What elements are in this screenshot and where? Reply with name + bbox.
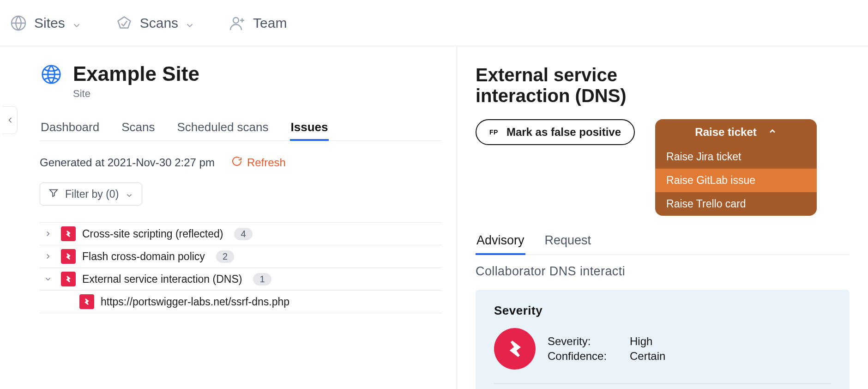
chevron-down-icon xyxy=(125,190,133,198)
collapse-handle[interactable] xyxy=(3,106,18,134)
main-layout: Example Site Site Dashboard Scans Schedu… xyxy=(0,46,868,389)
issue-instance-url: https://portswigger-labs.net/ssrf-dns.ph… xyxy=(101,296,289,308)
refresh-icon xyxy=(231,156,242,170)
detail-tabs: Advisory Request xyxy=(476,231,850,255)
confidence-value: Certain xyxy=(630,350,665,363)
tab-scheduled-scans[interactable]: Scheduled scans xyxy=(176,118,269,140)
issue-name: Flash cross-domain policy xyxy=(82,250,205,263)
raise-ticket-menu: Raise Jira ticket Raise GitLab issue Rai… xyxy=(655,145,817,216)
fp-badge: FP xyxy=(489,128,498,136)
tab-scans[interactable]: Scans xyxy=(121,118,156,140)
detail-card: Severity Severity: High Confidence: Cert… xyxy=(476,290,850,389)
issue-count: 4 xyxy=(234,228,252,240)
left-panel: Example Site Site Dashboard Scans Schedu… xyxy=(0,46,457,389)
detail-panel: External service interaction (DNS) FP Ma… xyxy=(457,46,868,389)
severity-high-icon xyxy=(61,226,76,241)
chevron-down-icon[interactable] xyxy=(42,273,54,286)
severity-high-icon xyxy=(61,249,76,264)
scan-icon xyxy=(115,14,133,32)
severity-value: High xyxy=(630,335,652,348)
tab-issues[interactable]: Issues xyxy=(290,118,329,141)
filter-label: Filter by (0) xyxy=(65,188,119,201)
severity-section-header: Severity xyxy=(494,304,831,318)
raise-trello-item[interactable]: Raise Trello card xyxy=(655,192,817,216)
issue-row[interactable]: External service interaction (DNS) 1 xyxy=(40,268,441,291)
nav-team[interactable]: Team xyxy=(228,14,287,32)
raise-ticket-label: Raise ticket xyxy=(695,126,756,139)
issue-name: External service interaction (DNS) xyxy=(82,273,242,286)
issue-name: Cross-site scripting (reflected) xyxy=(82,228,223,240)
raise-ticket-button[interactable]: Raise ticket xyxy=(655,119,817,145)
raise-jira-item[interactable]: Raise Jira ticket xyxy=(655,145,817,169)
issue-count: 2 xyxy=(216,250,234,263)
issue-row[interactable]: Cross-site scripting (reflected) 4 xyxy=(40,223,441,245)
issue-row[interactable]: Flash cross-domain policy 2 xyxy=(40,245,441,268)
issue-count: 1 xyxy=(253,273,271,286)
raise-ticket-dropdown: Raise ticket Raise Jira ticket Raise Git… xyxy=(655,119,817,216)
site-tabs: Dashboard Scans Scheduled scans Issues xyxy=(40,118,441,141)
fp-label-text: Mark as false positive xyxy=(506,126,621,139)
globe-icon xyxy=(9,14,28,32)
mark-false-positive-button[interactable]: FP Mark as false positive xyxy=(476,119,635,145)
severity-grid: Severity: High Confidence: Certain xyxy=(548,333,665,365)
add-user-icon xyxy=(228,14,247,32)
chevron-down-icon xyxy=(72,18,82,28)
site-type: Site xyxy=(73,88,199,100)
refresh-label: Refresh xyxy=(247,156,286,169)
severity-high-icon xyxy=(494,328,536,370)
tab-advisory[interactable]: Advisory xyxy=(476,231,525,255)
generated-text: Generated at 2021-Nov-30 2:27 pm xyxy=(40,156,215,169)
nav-scans-label: Scans xyxy=(140,15,178,31)
generated-line: Generated at 2021-Nov-30 2:27 pm Refresh xyxy=(40,156,457,170)
detail-actions: FP Mark as false positive Raise ticket R… xyxy=(476,119,850,216)
chevron-down-icon xyxy=(185,18,195,28)
detail-subheading: Collaborator DNS interacti xyxy=(476,264,850,279)
chevron-right-icon[interactable] xyxy=(42,227,54,240)
site-globe-icon xyxy=(40,63,63,86)
severity-high-icon xyxy=(79,294,94,309)
filter-icon xyxy=(48,188,59,201)
tab-request[interactable]: Request xyxy=(544,231,592,255)
issue-instance-row[interactable]: https://portswigger-labs.net/ssrf-dns.ph… xyxy=(40,291,441,313)
issue-title: External service interaction (DNS) xyxy=(476,65,850,106)
svg-point-1 xyxy=(233,18,239,23)
refresh-button[interactable]: Refresh xyxy=(231,156,286,170)
site-name: Example Site xyxy=(73,63,199,85)
confidence-label: Confidence: xyxy=(548,350,621,363)
tab-dashboard[interactable]: Dashboard xyxy=(40,118,100,140)
site-header: Example Site Site xyxy=(40,63,457,100)
nav-team-label: Team xyxy=(253,15,287,31)
issue-list: Cross-site scripting (reflected) 4 Flash… xyxy=(40,222,441,313)
severity-high-icon xyxy=(61,272,76,286)
nav-sites-label: Sites xyxy=(34,15,65,31)
nav-sites[interactable]: Sites xyxy=(9,14,82,32)
severity-row: Severity: High Confidence: Certain xyxy=(494,328,831,384)
raise-gitlab-item[interactable]: Raise GitLab issue xyxy=(655,169,817,192)
severity-label: Severity: xyxy=(548,335,621,348)
chevron-right-icon[interactable] xyxy=(42,250,54,263)
nav-scans[interactable]: Scans xyxy=(115,14,195,32)
top-nav: Sites Scans Team xyxy=(0,0,868,46)
filter-button[interactable]: Filter by (0) xyxy=(40,182,142,206)
chevron-up-icon xyxy=(768,126,777,139)
